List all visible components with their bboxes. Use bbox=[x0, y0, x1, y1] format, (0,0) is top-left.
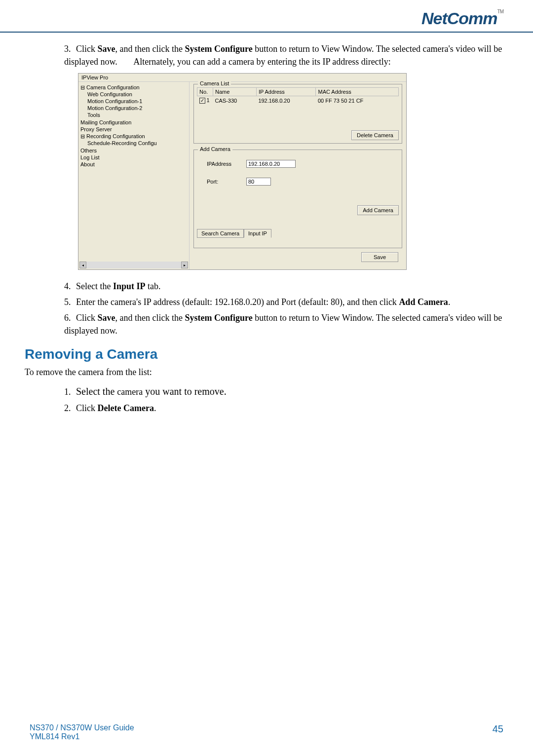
tree-web-config[interactable]: Web Configuration bbox=[87, 91, 187, 98]
footer-guide: NS370 / NS370W User Guide bbox=[30, 723, 134, 732]
brand-logo: NetCommTM bbox=[421, 9, 503, 28]
col-mac[interactable]: MAC Address bbox=[316, 88, 399, 96]
tree-others[interactable]: Others bbox=[80, 147, 187, 154]
page-header: NetCommTM bbox=[0, 0, 533, 33]
tree-loglist[interactable]: Log List bbox=[80, 154, 187, 161]
step-3: 3.Click Save, and then click the System … bbox=[64, 42, 503, 68]
step-3-note: Alternately, you can add a camera by ent… bbox=[119, 57, 390, 67]
page-footer: NS370 / NS370W User Guide YML814 Rev1 45 bbox=[30, 723, 503, 741]
tree-recording[interactable]: ⊟ Recording Configuration Schedule-Recor… bbox=[80, 133, 187, 147]
col-no[interactable]: No. bbox=[197, 88, 213, 96]
step-4: 4.Select the Input IP tab. bbox=[64, 280, 503, 293]
tree-camera-config[interactable]: ⊟ Camera Configuration Web Configuration… bbox=[80, 84, 187, 119]
tree-tools[interactable]: Tools bbox=[87, 112, 187, 118]
tree-mailing[interactable]: Mailing Configuration bbox=[80, 119, 187, 126]
scroll-left-icon[interactable]: ◂ bbox=[79, 262, 86, 268]
tree-about[interactable]: About bbox=[80, 161, 187, 168]
col-name[interactable]: Name bbox=[213, 88, 257, 96]
step-5: 5.Enter the camera's IP address (default… bbox=[64, 296, 503, 308]
scroll-right-icon[interactable]: ▸ bbox=[181, 262, 188, 268]
delete-camera-button[interactable]: Delete Camera bbox=[351, 130, 399, 140]
col-ip[interactable]: IP Address bbox=[256, 88, 316, 96]
ip-input[interactable] bbox=[246, 160, 296, 168]
tree-schedule[interactable]: Schedule-Recording Configu bbox=[87, 140, 187, 147]
remove-step-1: 1.Select the camera you want to remove. bbox=[64, 384, 503, 399]
tree-motion-2[interactable]: Motion Configuration-2 bbox=[87, 105, 187, 112]
tab-search-camera[interactable]: Search Camera bbox=[197, 229, 244, 238]
remove-step-2: 2.Click Delete Camera. bbox=[64, 402, 503, 415]
tree-motion-1[interactable]: Motion Configuration-1 bbox=[87, 98, 187, 105]
section-intro: To remove the camera from the list: bbox=[25, 367, 503, 378]
tree-scrollbar[interactable]: ◂▸ bbox=[79, 262, 188, 268]
tree-proxy[interactable]: Proxy Server bbox=[80, 126, 187, 133]
port-label: Port: bbox=[207, 179, 246, 185]
checkbox-icon[interactable]: ✓ bbox=[199, 98, 205, 104]
tree-pane: ⊟ Camera Configuration Web Configuration… bbox=[78, 82, 190, 269]
table-row[interactable]: ✓ 1 CAS-330 192.168.0.20 00 FF 73 50 21 … bbox=[197, 96, 399, 105]
camera-table: No. Name IP Address MAC Address ✓ 1 CAS-… bbox=[197, 87, 399, 128]
port-input[interactable] bbox=[246, 178, 271, 186]
save-button[interactable]: Save bbox=[361, 252, 398, 262]
trademark: TM bbox=[497, 9, 503, 14]
footer-rev: YML814 Rev1 bbox=[30, 732, 134, 741]
tab-input-ip[interactable]: Input IP bbox=[244, 229, 271, 238]
window-title: IPView Pro bbox=[78, 74, 406, 82]
camera-list-group: Camera List No. Name IP Address MAC Addr… bbox=[193, 84, 402, 144]
step-6: 6.Click Save, and then click the System … bbox=[64, 311, 503, 337]
section-heading: Removing a Camera bbox=[25, 346, 503, 362]
app-window: IPView Pro ⊟ Camera Configuration Web Co… bbox=[78, 73, 407, 270]
ip-label: IPAddress bbox=[207, 161, 246, 167]
page-number: 45 bbox=[493, 723, 503, 741]
add-camera-group: Add Camera IPAddress Port: Add Camera Se… bbox=[193, 150, 402, 248]
add-camera-button[interactable]: Add Camera bbox=[357, 205, 399, 215]
